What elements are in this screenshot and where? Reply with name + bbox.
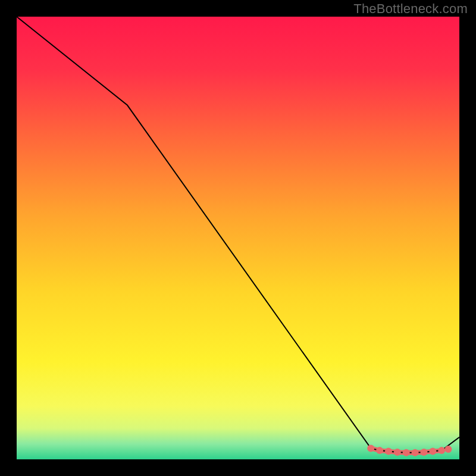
watermark-text: TheBottleneck.com: [353, 1, 468, 17]
marker-dot: [376, 447, 383, 454]
gradient-background: [17, 17, 459, 459]
marker-dot: [438, 447, 445, 454]
marker-dot: [429, 448, 436, 455]
marker-dot: [403, 449, 410, 456]
chart-svg: [17, 17, 459, 459]
marker-dot: [385, 448, 392, 455]
marker-dot: [420, 449, 427, 456]
marker-dot: [367, 444, 374, 452]
marker-dot: [412, 449, 419, 456]
chart-container: TheBottleneck.com: [0, 0, 476, 476]
marker-dot: [394, 449, 401, 456]
marker-dot: [444, 446, 452, 453]
plot-area: [17, 17, 459, 459]
